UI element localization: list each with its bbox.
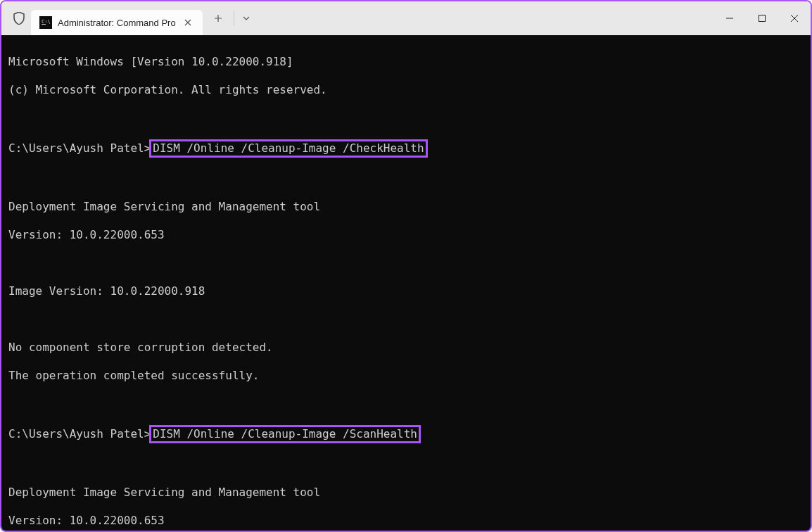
terminal-line: The operation completed successfully. xyxy=(8,369,804,383)
terminal-line: Version: 10.0.22000.653 xyxy=(8,228,804,242)
cmd-icon: C:\ xyxy=(39,16,52,29)
terminal-line: Deployment Image Servicing and Managemen… xyxy=(8,200,804,214)
terminal-line: Microsoft Windows [Version 10.0.22000.91… xyxy=(8,55,804,69)
terminal-output[interactable]: Microsoft Windows [Version 10.0.22000.91… xyxy=(1,35,811,531)
maximize-button[interactable] xyxy=(746,1,778,35)
svg-rect-2 xyxy=(42,24,46,25)
prompt: C:\Users\Ayush Patel> xyxy=(8,141,151,155)
terminal-prompt-line: C:\Users\Ayush Patel>DISM /Online /Clean… xyxy=(8,425,804,443)
close-button[interactable] xyxy=(778,1,811,35)
terminal-line: Deployment Image Servicing and Managemen… xyxy=(8,486,804,500)
active-tab[interactable]: C:\ Administrator: Command Pro xyxy=(31,10,203,35)
terminal-line: Version: 10.0.22000.653 xyxy=(8,514,804,528)
terminal-line: No component store corruption detected. xyxy=(8,341,804,355)
terminal-line: Image Version: 10.0.22000.918 xyxy=(8,284,804,298)
terminal-line: (c) Microsoft Corporation. All rights re… xyxy=(8,83,804,97)
prompt: C:\Users\Ayush Patel> xyxy=(8,427,151,441)
minimize-button[interactable] xyxy=(713,1,746,35)
tab-dropdown-button[interactable] xyxy=(234,11,259,26)
svg-text:C:\: C:\ xyxy=(42,19,51,25)
tab-close-button[interactable] xyxy=(182,16,194,29)
tab-title: Administrator: Command Pro xyxy=(58,18,176,28)
new-tab-button[interactable] xyxy=(205,6,231,31)
terminal-prompt-line: C:\Users\Ayush Patel>DISM /Online /Clean… xyxy=(8,139,804,158)
highlighted-command: DISM /Online /Cleanup-Image /CheckHealth xyxy=(149,139,427,158)
svg-rect-8 xyxy=(759,15,766,22)
shield-icon xyxy=(13,12,25,25)
titlebar: C:\ Administrator: Command Pro xyxy=(1,1,811,35)
highlighted-command: DISM /Online /Cleanup-Image /ScanHealth xyxy=(149,425,421,443)
